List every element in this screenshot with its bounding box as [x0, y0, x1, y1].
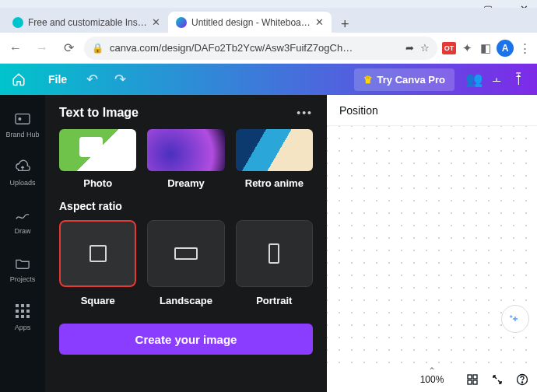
- svg-rect-8: [16, 315, 19, 318]
- nav-back-button[interactable]: ←: [5, 37, 26, 59]
- svg-rect-11: [468, 375, 472, 379]
- canvas-pane: Position ⌃ 100%: [327, 95, 537, 392]
- style-list: Photo Dreamy Retro anime: [59, 129, 313, 189]
- sparkle-plus-icon: [508, 312, 522, 326]
- cloud-upload-icon: [13, 157, 32, 176]
- style-photo-label: Photo: [83, 177, 112, 189]
- redo-button[interactable]: ↷: [106, 71, 134, 88]
- side-rail: Brand Hub Uploads Draw Projects Apps: [0, 95, 45, 392]
- svg-rect-14: [473, 380, 477, 384]
- aspect-portrait-box: [236, 220, 313, 287]
- undo-button[interactable]: ↶: [78, 71, 106, 88]
- rail-uploads-label: Uploads: [9, 179, 35, 187]
- rail-projects[interactable]: Projects: [10, 254, 36, 283]
- bookmark-star-icon[interactable]: ☆: [420, 42, 430, 54]
- svg-rect-6: [21, 310, 24, 313]
- tab-1-close-icon[interactable]: ✕: [315, 16, 324, 28]
- brand-hub-icon: [13, 109, 32, 128]
- profile-avatar[interactable]: A: [497, 40, 514, 57]
- invite-icon[interactable]: 👥: [465, 71, 483, 88]
- landscape-icon: [174, 247, 198, 260]
- aspect-landscape-label: Landscape: [160, 295, 212, 306]
- favicon-canva-icon: [176, 17, 187, 28]
- svg-rect-3: [21, 304, 24, 307]
- style-retro-thumb: [236, 129, 313, 171]
- svg-rect-4: [26, 304, 30, 307]
- help-icon[interactable]: [515, 373, 529, 387]
- nav-reload-button[interactable]: ⟳: [58, 37, 79, 59]
- svg-rect-2: [16, 304, 19, 307]
- pages-caret-icon[interactable]: ⌃: [428, 366, 436, 376]
- style-retro-anime[interactable]: Retro anime: [236, 129, 313, 189]
- crown-icon: ♛: [363, 74, 373, 86]
- style-photo[interactable]: Photo: [59, 129, 136, 189]
- grid-view-icon[interactable]: [465, 373, 479, 387]
- position-button[interactable]: Position: [339, 104, 378, 117]
- svg-rect-7: [26, 310, 30, 313]
- tab-0[interactable]: Free and customizable Instag… ✕: [5, 12, 168, 33]
- svg-point-1: [19, 118, 21, 121]
- aspect-portrait-label: Portrait: [256, 295, 292, 306]
- canvas-footer: ⌃ 100%: [327, 367, 537, 392]
- tab-1[interactable]: Untitled design - Whiteboar… ✕: [168, 12, 332, 33]
- tab-1-title: Untitled design - Whiteboar…: [191, 17, 311, 28]
- aspect-portrait[interactable]: Portrait: [236, 220, 313, 306]
- aspect-landscape[interactable]: Landscape: [147, 220, 224, 306]
- lock-icon: 🔒: [92, 43, 104, 54]
- new-tab-button[interactable]: +: [332, 16, 359, 33]
- style-dreamy-label: Dreamy: [167, 177, 205, 189]
- rail-apps[interactable]: Apps: [13, 302, 32, 331]
- try-pro-label: Try Canva Pro: [377, 74, 445, 86]
- folder-icon: [13, 254, 32, 272]
- create-image-button[interactable]: Create your image: [59, 324, 313, 355]
- home-button[interactable]: [0, 64, 37, 95]
- aspect-ratio-list: Square Landscape Portrait: [59, 220, 313, 306]
- square-icon: [90, 245, 107, 262]
- rail-uploads[interactable]: Uploads: [9, 157, 35, 187]
- home-icon: [12, 72, 26, 86]
- extension-ot-icon[interactable]: OT: [442, 42, 456, 54]
- extensions-puzzle-icon[interactable]: ✦: [459, 40, 475, 56]
- share-url-icon[interactable]: ➦: [405, 42, 414, 54]
- panel-title: Text to Image: [59, 106, 139, 120]
- text-to-image-panel: Text to Image ••• Photo Dreamy Retro ani…: [45, 95, 327, 392]
- svg-rect-5: [16, 310, 19, 313]
- pencil-draw-icon: [13, 205, 32, 224]
- fullscreen-icon[interactable]: [490, 373, 504, 387]
- apps-grid-icon: [13, 302, 32, 320]
- rail-projects-label: Projects: [10, 275, 36, 283]
- app-header: File ↶ ↷ ♛ Try Canva Pro 👥 ⫠ ⭱: [0, 64, 537, 95]
- rail-apps-label: Apps: [15, 324, 31, 331]
- url-input[interactable]: 🔒 canva.com/design/DAFo2Tb2Ycw/Asw3FuifZ…: [84, 37, 437, 60]
- rail-brand-hub[interactable]: Brand Hub: [5, 109, 39, 138]
- url-text: canva.com/design/DAFo2Tb2Ycw/Asw3FuifZ7o…: [110, 42, 399, 54]
- style-dreamy-thumb: [147, 129, 224, 171]
- magic-fab-button[interactable]: [501, 305, 529, 333]
- file-menu[interactable]: File: [37, 73, 78, 86]
- rail-draw[interactable]: Draw: [13, 205, 32, 235]
- svg-rect-0: [16, 114, 30, 124]
- tab-overview-icon[interactable]: ◧: [478, 40, 493, 56]
- aspect-ratio-title: Aspect ratio: [59, 200, 313, 212]
- main: Brand Hub Uploads Draw Projects Apps Tex…: [0, 95, 537, 392]
- style-dreamy[interactable]: Dreamy: [147, 129, 224, 189]
- panel-more-icon[interactable]: •••: [297, 107, 313, 119]
- portrait-icon: [268, 243, 279, 264]
- style-photo-thumb: [59, 129, 136, 171]
- browser-menu-icon[interactable]: ⋮: [517, 40, 532, 56]
- rail-brand-hub-label: Brand Hub: [5, 131, 39, 138]
- aspect-landscape-box: [147, 220, 224, 287]
- share-icon[interactable]: ⭱: [512, 71, 526, 88]
- aspect-square-box: [59, 220, 136, 287]
- extensions: OT ✦ ◧ A ⋮: [442, 40, 532, 57]
- insights-icon[interactable]: ⫠: [490, 71, 504, 88]
- rail-draw-label: Draw: [14, 227, 30, 235]
- aspect-square-label: Square: [81, 295, 115, 306]
- try-pro-button[interactable]: ♛ Try Canva Pro: [354, 68, 455, 91]
- svg-rect-10: [26, 315, 30, 318]
- aspect-square[interactable]: Square: [59, 220, 136, 306]
- tab-0-close-icon[interactable]: ✕: [152, 16, 160, 28]
- favicon-canva-icon: [12, 17, 23, 28]
- svg-point-16: [521, 382, 522, 383]
- whiteboard-canvas[interactable]: [327, 126, 537, 367]
